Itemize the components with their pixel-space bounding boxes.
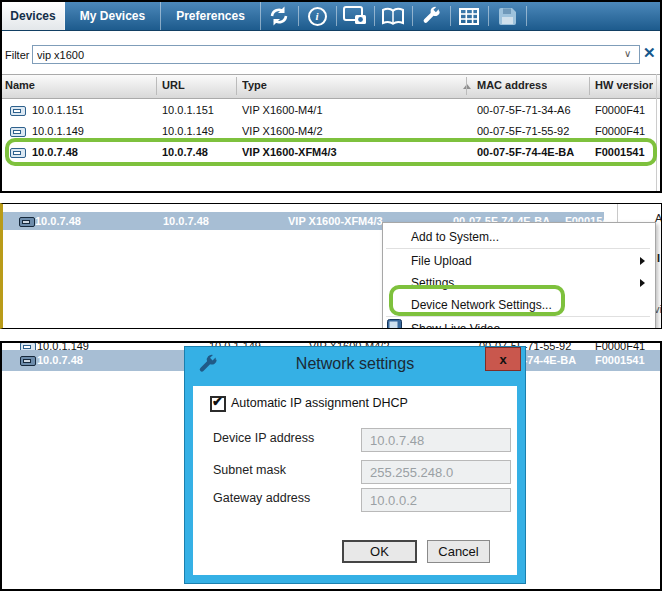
- info-button[interactable]: i: [298, 2, 336, 30]
- close-button[interactable]: x: [485, 347, 521, 371]
- menu-item-file-upload[interactable]: File Upload: [383, 249, 653, 272]
- cell-hw: F0001541: [595, 354, 645, 366]
- clear-filter-button[interactable]: ✕: [643, 44, 656, 62]
- submenu-arrow-icon: [640, 279, 645, 287]
- snapshot-button[interactable]: [336, 2, 374, 30]
- cell-hw: F0000F41: [595, 125, 645, 137]
- save-button-disabled[interactable]: [488, 2, 526, 30]
- context-menu: Add to System... File Upload Settings De…: [382, 222, 656, 329]
- cell-mac: 00-07-5F-71-55-92: [477, 125, 569, 137]
- dialog-panel: 10.0.1.149 10.0.1.149 VIP X1600-M4/2 00-…: [0, 341, 662, 591]
- encoder-device-icon: [10, 106, 26, 118]
- menu-item-label: File Upload: [411, 254, 472, 268]
- address-book-button[interactable]: [374, 2, 412, 30]
- encoder-device-icon: [10, 127, 26, 139]
- cell-mac: 00-07-5F-74-4E-BA: [477, 146, 574, 158]
- column-header-mac[interactable]: MAC address: [477, 79, 547, 91]
- close-icon: x: [499, 352, 506, 367]
- cell-name: 10.0.7.48: [32, 146, 78, 158]
- cell-url: 10.0.1.149: [162, 125, 214, 137]
- menu-item-label: Show Live Video: [411, 322, 500, 330]
- menu-item-label: Add to System...: [411, 230, 499, 244]
- subnet-mask-label: Subnet mask: [213, 463, 286, 477]
- column-header-type[interactable]: Type: [242, 79, 267, 91]
- live-video-icon: [387, 319, 402, 329]
- cancel-button[interactable]: Cancel: [427, 540, 490, 563]
- cell-name: 10.0.1.149: [32, 125, 84, 137]
- menu-item-settings[interactable]: Settings: [383, 271, 653, 294]
- subnet-mask-input[interactable]: [361, 460, 511, 484]
- table-view-icon: [459, 8, 479, 25]
- cell-type: VIP X1600-XFM4/3: [288, 215, 383, 227]
- menu-item-device-network-settings[interactable]: Device Network Settings...: [383, 293, 653, 316]
- tab-devices[interactable]: Devices: [2, 2, 65, 30]
- device-ip-label: Device IP address: [213, 431, 314, 445]
- table-header: Name URL Type MAC address HW version: [2, 74, 660, 99]
- column-header-hw[interactable]: HW version: [595, 79, 653, 91]
- cell-type: VIP X1600-M4/2: [242, 125, 323, 137]
- column-separator[interactable]: [466, 77, 467, 95]
- cell-url: 10.0.1.151: [162, 104, 214, 116]
- sort-ascending-icon: [463, 84, 471, 89]
- tab-my-devices-label: My Devices: [80, 9, 145, 23]
- gateway-input[interactable]: [361, 488, 511, 512]
- refresh-button[interactable]: [260, 2, 298, 30]
- menu-item-show-live-video[interactable]: Show Live Video: [383, 317, 653, 329]
- cell-hw: F0000F41: [595, 104, 645, 116]
- snapshot-icon: [343, 6, 367, 26]
- cancel-button-label: Cancel: [438, 544, 478, 559]
- gateway-label: Gateway address: [213, 491, 310, 505]
- cell-name: 10.0.7.48: [35, 215, 81, 227]
- encoder-device-icon: [19, 217, 35, 229]
- tab-preferences[interactable]: Preferences: [161, 2, 261, 30]
- cell-url: 10.0.7.48: [162, 146, 208, 158]
- tab-my-devices[interactable]: My Devices: [65, 2, 161, 30]
- column-header-name[interactable]: Name: [5, 79, 35, 91]
- encoder-device-icon: [10, 148, 26, 160]
- network-settings-dialog: Network settings x ✔ Automatic IP assign…: [185, 347, 525, 583]
- configure-button[interactable]: [412, 2, 450, 30]
- save-icon: [498, 7, 517, 26]
- cell-name: 10.0.7.48: [37, 354, 83, 366]
- table-view-button[interactable]: [450, 2, 488, 30]
- device-list-panel: Devices My Devices Preferences i: [0, 0, 662, 193]
- cell-mac: 00-07-5F-71-34-A6: [477, 104, 571, 116]
- filter-label: Filter: [5, 49, 29, 61]
- address-book-icon: [381, 7, 405, 26]
- menu-item-add-to-system[interactable]: Add to System...: [383, 225, 653, 248]
- refresh-icon: [268, 6, 290, 26]
- table-edge-line: [617, 204, 618, 224]
- device-ip-input[interactable]: [361, 428, 511, 452]
- cell-hw: F0001541: [595, 146, 645, 158]
- tab-devices-label: Devices: [10, 9, 55, 23]
- cell-name: 10.0.1.151: [32, 104, 84, 116]
- column-separator[interactable]: [236, 77, 237, 95]
- edge-fragment: I: [657, 252, 660, 264]
- toolbar-separator: [526, 6, 527, 26]
- info-icon: i: [308, 7, 327, 26]
- column-header-url[interactable]: URL: [162, 79, 185, 91]
- dhcp-checkbox-label: Automatic IP assignment DHCP: [231, 396, 408, 410]
- tab-preferences-label: Preferences: [176, 9, 245, 23]
- dhcp-checkbox[interactable]: ✔: [210, 396, 226, 412]
- chevron-down-icon[interactable]: ∨: [624, 48, 631, 59]
- table-row-highlighted[interactable]: 10.0.7.48 10.0.7.48 VIP X1600-XFM4/3 00-…: [2, 142, 660, 163]
- filter-input[interactable]: [32, 45, 640, 64]
- encoder-device-icon: [20, 356, 36, 368]
- column-separator[interactable]: [156, 77, 157, 95]
- dialog-title: Network settings: [185, 355, 525, 373]
- tab-bar: Devices My Devices Preferences i: [2, 2, 660, 31]
- cell-type: VIP X1600-XFM4/3: [242, 146, 337, 158]
- table-row[interactable]: 10.0.1.149 10.0.1.149 VIP X1600-M4/2 00-…: [2, 121, 660, 142]
- submenu-arrow-icon: [640, 257, 645, 265]
- edge-fragment: A: [655, 212, 662, 224]
- context-menu-panel: 10.0.7.48 10.0.7.48 VIP X1600-XFM4/3 00-…: [0, 203, 662, 329]
- menu-item-label: Settings: [411, 276, 454, 290]
- check-icon: ✔: [212, 394, 223, 409]
- column-separator[interactable]: [589, 77, 590, 95]
- wrench-icon: [421, 6, 442, 27]
- table-row[interactable]: 10.0.1.151 10.0.1.151 VIP X1600-M4/1 00-…: [2, 100, 660, 121]
- ok-button[interactable]: OK: [342, 540, 417, 563]
- menu-item-label: Device Network Settings...: [411, 298, 552, 312]
- ok-button-label: OK: [370, 544, 389, 559]
